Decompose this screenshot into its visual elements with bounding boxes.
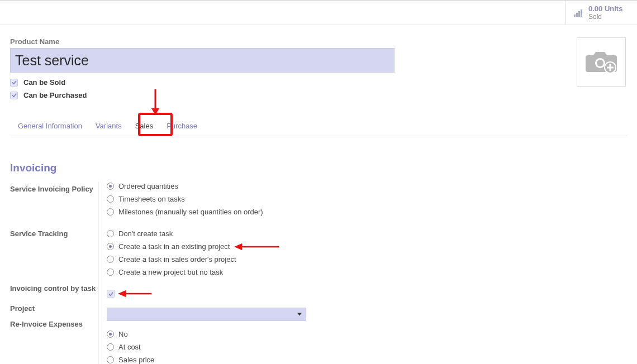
product-name-label: Product Name: [10, 37, 577, 46]
tab-sales[interactable]: Sales: [135, 116, 154, 136]
product-image-placeholder[interactable]: [577, 37, 626, 87]
label-invoicing-control-by-task: Invoicing control by task: [10, 281, 98, 301]
tab-general-information[interactable]: General Information: [18, 116, 82, 136]
annotation-arrow-down: [150, 89, 161, 115]
radio-create-task-existing-project[interactable]: [107, 243, 114, 250]
bar-chart-icon: [574, 8, 584, 18]
radio-reinvoice-sales-price[interactable]: [107, 356, 114, 363]
annotation-arrow-right: [118, 290, 151, 298]
status-sold-box[interactable]: 0.00 Units Sold: [565, 1, 637, 25]
svg-rect-2: [578, 11, 580, 17]
radio-create-task-sales-order-project[interactable]: [107, 256, 114, 263]
label-service-tracking: Service Tracking: [10, 227, 98, 281]
radio-label: Milestones (manually set quantities on o…: [118, 208, 263, 216]
svg-rect-0: [574, 15, 576, 17]
radio-label: No: [118, 330, 128, 338]
can-be-sold-checkbox[interactable]: [10, 79, 18, 87]
check-icon: [12, 80, 17, 85]
radio-create-new-project-no-task[interactable]: [107, 269, 114, 276]
radio-reinvoice-at-cost[interactable]: [107, 343, 114, 351]
status-sold-label: Sold: [588, 13, 622, 21]
radio-label: Ordered quantities: [118, 182, 178, 190]
camera-add-icon: [586, 50, 617, 74]
radio-label: Create a task in sales order's project: [118, 255, 236, 264]
can-be-sold-label: Can be Sold: [23, 78, 65, 87]
radio-dont-create-task[interactable]: [107, 230, 114, 237]
check-icon: [108, 291, 113, 296]
project-select[interactable]: [107, 308, 306, 321]
svg-point-5: [597, 60, 603, 66]
svg-rect-1: [576, 13, 578, 17]
radio-label: Create a new project but no task: [118, 268, 223, 276]
svg-marker-10: [234, 243, 242, 250]
radio-label: Don't create task: [118, 229, 173, 238]
radio-reinvoice-no[interactable]: [107, 331, 114, 338]
radio-label: At cost: [118, 343, 141, 351]
radio-milestones[interactable]: [107, 208, 114, 215]
caret-down-icon: [297, 313, 302, 316]
label-service-invoicing-policy: Service Invoicing Policy: [10, 182, 98, 223]
label-project: Project: [10, 301, 98, 317]
section-invoicing-title: Invoicing: [10, 162, 627, 174]
check-icon: [12, 93, 17, 98]
tab-variants[interactable]: Variants: [96, 116, 122, 136]
can-be-purchased-checkbox[interactable]: [10, 92, 18, 99]
radio-label: Create a task in an existing project: [118, 242, 230, 251]
radio-timesheets-on-tasks[interactable]: [107, 195, 114, 203]
radio-label: Sales price: [118, 356, 154, 364]
radio-ordered-quantities[interactable]: [107, 183, 114, 190]
product-name-input[interactable]: [10, 48, 394, 73]
invoicing-control-by-task-checkbox[interactable]: [107, 290, 115, 298]
tab-purchase[interactable]: Purchase: [167, 116, 197, 136]
tabs: General Information Variants Sales Purch…: [10, 116, 627, 136]
svg-marker-8: [151, 108, 159, 115]
status-units: 0.00 Units: [588, 4, 622, 13]
can-be-purchased-label: Can be Purchased: [23, 91, 87, 99]
top-bar: 0.00 Units Sold: [0, 0, 637, 25]
annotation-arrow-right: [234, 243, 279, 251]
radio-label: Timesheets on tasks: [118, 195, 185, 203]
label-re-invoice-expenses: Re-Invoice Expenses: [10, 317, 98, 332]
svg-rect-3: [581, 9, 582, 17]
svg-marker-12: [118, 290, 126, 297]
